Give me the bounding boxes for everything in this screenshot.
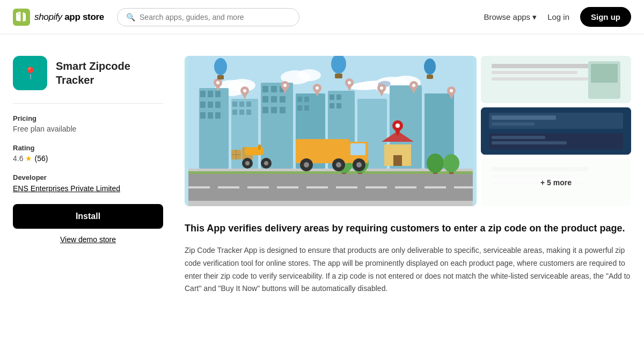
svg-rect-30 — [239, 110, 244, 115]
svg-rect-15 — [199, 88, 229, 169]
rating-label: Rating — [13, 144, 163, 152]
view-demo-link[interactable]: View demo store — [13, 235, 163, 244]
app-description: Zip Code Tracker App is designed to ensu… — [185, 244, 631, 295]
search-icon: 🔍 — [126, 13, 135, 21]
svg-rect-39 — [262, 107, 268, 113]
svg-rect-134 — [492, 64, 599, 68]
svg-rect-38 — [280, 96, 286, 103]
app-identity: 📍 Smart Zipcode Tracker — [13, 56, 163, 90]
svg-point-60 — [243, 89, 246, 92]
svg-rect-21 — [215, 101, 221, 108]
svg-point-69 — [348, 81, 351, 84]
app-name: Smart Zipcode Tracker — [56, 59, 163, 87]
developer-label: Developer — [13, 173, 163, 181]
svg-rect-89 — [188, 186, 210, 188]
more-overlay[interactable]: + 5 more — [481, 159, 631, 206]
app-tagline: This App verifies delivery areas by requ… — [185, 221, 631, 236]
svg-rect-95 — [365, 186, 387, 188]
svg-rect-29 — [232, 110, 237, 115]
svg-rect-98 — [454, 186, 473, 188]
thumbnail-3[interactable]: + 5 more — [481, 159, 631, 206]
svg-rect-23 — [208, 112, 213, 119]
svg-point-113 — [396, 123, 400, 128]
svg-rect-17 — [208, 91, 213, 97]
svg-rect-99 — [188, 171, 473, 174]
svg-rect-18 — [215, 91, 221, 97]
more-count-label: + 5 more — [540, 178, 572, 187]
logo-text: shopify app store — [34, 12, 104, 23]
svg-rect-94 — [336, 186, 357, 188]
svg-rect-41 — [280, 107, 286, 113]
main-content: 📍 Smart Zipcode Tracker Pricing Free pla… — [0, 34, 644, 349]
svg-rect-24 — [215, 112, 221, 119]
thumbnail-column: + 5 more — [481, 56, 631, 206]
rating-section: Rating 4.6 ★ (56) — [13, 144, 163, 163]
svg-rect-116 — [350, 143, 365, 155]
svg-rect-34 — [271, 86, 277, 92]
svg-point-75 — [412, 84, 415, 87]
logo[interactable]: shopify app store — [13, 9, 104, 26]
svg-rect-36 — [262, 96, 268, 103]
app-header-bar: shopify app store 🔍 Browse apps ▾ Log in… — [0, 0, 644, 34]
svg-point-79 — [214, 58, 227, 75]
rating-row: 4.6 ★ (56) — [13, 154, 163, 163]
svg-point-7 — [297, 69, 321, 81]
svg-rect-86 — [427, 75, 433, 79]
install-button[interactable]: Install — [13, 204, 163, 229]
svg-point-118 — [304, 162, 309, 168]
pricing-value: Free plan available — [13, 125, 163, 133]
svg-rect-28 — [246, 101, 251, 107]
signup-button[interactable]: Sign up — [580, 7, 631, 27]
svg-rect-141 — [492, 115, 556, 120]
star-icon: ★ — [25, 154, 32, 163]
svg-rect-0 — [13, 9, 30, 26]
review-count-link[interactable]: (56) — [34, 154, 48, 163]
svg-text:📍: 📍 — [23, 66, 38, 81]
login-button[interactable]: Log in — [547, 12, 569, 21]
svg-rect-110 — [393, 155, 402, 166]
svg-rect-138 — [591, 64, 618, 83]
svg-rect-49 — [297, 105, 302, 111]
svg-rect-27 — [239, 101, 244, 107]
browse-apps-button[interactable]: Browse apps ▾ — [484, 12, 537, 22]
svg-rect-144 — [492, 136, 545, 139]
svg-rect-31 — [246, 110, 251, 115]
svg-rect-84 — [335, 74, 342, 78]
browse-apps-label: Browse apps — [484, 12, 530, 21]
svg-rect-20 — [208, 101, 213, 108]
svg-rect-80 — [217, 75, 224, 79]
svg-rect-50 — [304, 105, 309, 111]
thumbnail-1[interactable] — [481, 56, 631, 103]
sidebar: 📍 Smart Zipcode Tracker Pricing Free pla… — [13, 56, 163, 349]
svg-point-78 — [450, 89, 453, 92]
svg-rect-32 — [261, 83, 293, 169]
developer-section: Developer ENS Enterprises Private Limite… — [13, 173, 163, 193]
svg-rect-135 — [492, 71, 577, 74]
shopify-logo-icon — [13, 9, 30, 26]
search-bar[interactable]: 🔍 — [117, 8, 299, 26]
svg-rect-51 — [330, 94, 334, 100]
svg-point-105 — [427, 154, 444, 173]
thumbnail-2[interactable] — [481, 107, 631, 155]
pricing-section: Pricing Free plan available — [13, 114, 163, 133]
svg-point-85 — [424, 59, 436, 75]
svg-point-120 — [336, 162, 341, 168]
svg-rect-52 — [336, 94, 341, 100]
svg-point-63 — [283, 84, 287, 87]
svg-rect-48 — [304, 97, 309, 102]
svg-rect-47 — [297, 97, 302, 102]
svg-rect-53 — [330, 103, 334, 108]
svg-rect-92 — [277, 186, 298, 188]
svg-rect-145 — [492, 141, 567, 144]
svg-rect-142 — [492, 122, 535, 126]
app-icon: 📍 — [13, 56, 47, 90]
search-input[interactable] — [140, 13, 290, 21]
svg-rect-22 — [200, 112, 206, 119]
svg-rect-16 — [200, 91, 206, 97]
developer-name-link[interactable]: ENS Enterprises Private Limited — [13, 184, 120, 193]
chevron-down-icon: ▾ — [532, 12, 537, 22]
pricing-label: Pricing — [13, 114, 163, 122]
main-screenshot[interactable] — [185, 56, 477, 206]
svg-rect-136 — [492, 77, 588, 81]
svg-rect-97 — [425, 186, 446, 188]
